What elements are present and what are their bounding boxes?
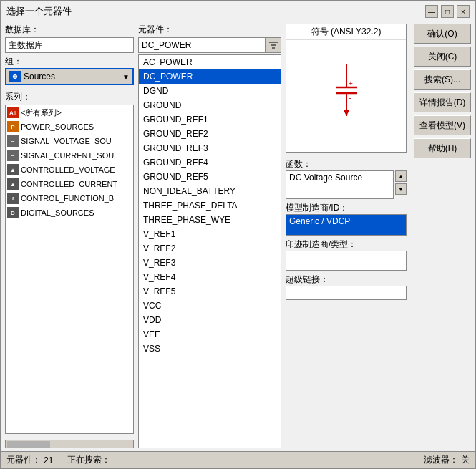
component-list-item[interactable]: DC_POWER — [139, 69, 281, 84]
db-dropdown[interactable]: 主数据库 — [5, 37, 134, 53]
footprint-field — [286, 251, 407, 271]
status-bar: 元器件： 21 正在搜索： 滤波器： 关 — [1, 451, 475, 468]
title-bar: 选择一个元器件 — □ × — [1, 1, 475, 21]
component-search-button[interactable] — [266, 37, 281, 53]
model-mfr-value: Generic / VDCP — [289, 216, 350, 226]
confirm-button[interactable]: 确认(O) — [414, 24, 471, 44]
model-mfr-field: Generic / VDCP — [286, 214, 407, 236]
svg-rect-0 — [269, 42, 278, 43]
series-scrollbar-thumb — [7, 441, 50, 448]
series-item-label: CONTROLLED_CURRENT — [21, 180, 117, 188]
action-buttons: 确认(O) 关闭(C) 搜索(S)... 详情报告(D) 查看模型(V) 帮助(… — [414, 24, 471, 448]
component-list[interactable]: AC_POWERDC_POWERDGNDGROUNDGROUND_REF1GRO… — [138, 54, 281, 448]
series-section: 系列： All<所有系列>PPOWER_SOURCES~SIGNAL_VOLTA… — [5, 88, 134, 434]
info-section: 函数： DC Voltage Source ▲ ▼ 模型制造商/I — [286, 155, 407, 300]
component-list-item[interactable]: V_REF4 — [139, 270, 281, 284]
component-list-item[interactable]: V_REF3 — [139, 256, 281, 270]
search-button[interactable]: 搜索(S)... — [414, 69, 471, 90]
main-window: 选择一个元器件 — □ × 数据库： 主数据库 组： ⊕ — [0, 0, 476, 469]
db-dropdown-row: 主数据库 — [5, 37, 134, 53]
svg-rect-2 — [272, 47, 275, 49]
series-item-label: SIGNAL_VOLTAGE_SOU — [21, 137, 112, 145]
series-item[interactable]: ~SIGNAL_CURRENT_SOU — [6, 148, 133, 163]
component-list-item[interactable]: GROUND_REF5 — [139, 170, 281, 184]
group-icon: ⊕ — [9, 71, 21, 82]
component-list-item[interactable]: GROUND_REF1 — [139, 112, 281, 127]
component-list-item[interactable]: V_REF2 — [139, 241, 281, 256]
function-scroll-down[interactable]: ▼ — [395, 183, 407, 195]
component-list-item[interactable]: THREE_PHASE_WYE — [139, 213, 281, 227]
component-list-item[interactable]: GROUND — [139, 98, 281, 112]
component-list-item[interactable]: V_REF5 — [139, 284, 281, 299]
minimize-button[interactable]: — — [425, 5, 438, 18]
series-item-label: CONTROLLED_VOLTAGE — [21, 165, 115, 174]
svg-marker-9 — [344, 110, 349, 116]
symbol-area: + - — [286, 40, 406, 152]
db-label: 数据库： — [5, 24, 134, 36]
component-list-item[interactable]: GROUND_REF4 — [139, 155, 281, 170]
component-list-item[interactable]: VSS — [139, 342, 281, 356]
filter-icon — [268, 40, 278, 50]
db-section: 数据库： 主数据库 — [5, 24, 134, 53]
title-controls: — □ × — [425, 5, 470, 18]
component-search-input[interactable] — [138, 37, 266, 53]
series-item[interactable]: ~SIGNAL_VOLTAGE_SOU — [6, 134, 133, 148]
component-list-item[interactable]: V_REF1 — [139, 227, 281, 241]
svg-text:-: - — [349, 94, 351, 102]
series-item[interactable]: ▲CONTROLLED_CURRENT — [6, 177, 133, 191]
component-list-item[interactable]: VDD — [139, 313, 281, 327]
component-list-item[interactable]: THREE_PHASE_DELTA — [139, 198, 281, 213]
series-item-label: POWER_SOURCES — [21, 122, 94, 131]
filter-value: 关 — [461, 454, 470, 466]
close-button-action[interactable]: 关闭(C) — [414, 47, 471, 67]
series-item[interactable]: ▲CONTROLLED_VOLTAGE — [6, 163, 133, 177]
component-list-item[interactable]: GROUND_REF3 — [139, 141, 281, 155]
function-label: 函数： — [286, 158, 407, 170]
component-search-row — [138, 37, 281, 53]
group-selector[interactable]: ⊕ Sources ▼ — [5, 68, 134, 85]
group-label: 组： — [5, 57, 22, 67]
component-list-item[interactable]: AC_POWER — [139, 55, 281, 69]
hyperlink-field — [286, 286, 407, 300]
searching-label: 正在搜索： — [67, 454, 110, 466]
main-content: 数据库： 主数据库 组： ⊕ Sources ▼ 系列： All<所有系列>PP — [1, 21, 475, 451]
component-list-item[interactable]: DGND — [139, 84, 281, 98]
series-item-label: CONTROL_FUNCTION_B — [21, 194, 114, 203]
footprint-label: 印迹制造商/类型： — [286, 238, 407, 251]
series-scrollbar-h[interactable] — [5, 440, 134, 448]
series-item[interactable]: DDIGITAL_SOURCES — [6, 206, 133, 220]
component-list-item[interactable]: VCC — [139, 299, 281, 313]
window-title: 选择一个元器件 — [6, 5, 72, 18]
detail-button[interactable]: 详情报告(D) — [414, 92, 471, 112]
function-scroll-up[interactable]: ▲ — [395, 170, 407, 182]
filter-item: 滤波器： 关 — [424, 454, 470, 466]
series-item[interactable]: All<所有系列> — [6, 105, 133, 120]
series-list[interactable]: All<所有系列>PPOWER_SOURCES~SIGNAL_VOLTAGE_S… — [5, 105, 134, 434]
series-label: 系列： — [5, 91, 134, 103]
svg-text:+: + — [349, 79, 353, 87]
left-panel: 数据库： 主数据库 组： ⊕ Sources ▼ 系列： All<所有系列>PP — [5, 24, 134, 448]
filter-label: 滤波器： — [424, 454, 458, 466]
function-value: DC Voltage Source — [289, 173, 362, 183]
component-list-item[interactable]: NON_IDEAL_BATTERY — [139, 184, 281, 198]
component-list-item[interactable]: VEE — [139, 327, 281, 342]
group-name: Sources — [24, 72, 122, 82]
symbol-box: 符号 (ANSI Y32.2) + — [286, 24, 407, 153]
series-item[interactable]: PPOWER_SOURCES — [6, 120, 133, 134]
component-count-value: 21 — [44, 455, 53, 465]
view-model-button[interactable]: 查看模型(V) — [414, 115, 471, 135]
group-section: 组： ⊕ Sources ▼ — [5, 56, 134, 85]
model-mfr-label: 模型制造商/ID： — [286, 202, 407, 214]
series-item-label: DIGITAL_SOURCES — [21, 208, 94, 217]
close-button[interactable]: × — [457, 5, 470, 18]
middle-panel: 元器件： AC_POWERDC_POWERDGNDGROUNDGROUND_RE… — [138, 24, 281, 448]
maximize-button[interactable]: □ — [441, 5, 454, 18]
series-item-label: SIGNAL_CURRENT_SOU — [21, 151, 114, 160]
component-count-label: 元器件： — [6, 454, 41, 466]
right-panel: 符号 (ANSI Y32.2) + — [286, 24, 471, 448]
help-button[interactable]: 帮助(H) — [414, 138, 471, 158]
series-item[interactable]: fCONTROL_FUNCTION_B — [6, 191, 133, 206]
group-dropdown-arrow: ▼ — [122, 73, 130, 81]
component-list-item[interactable]: GROUND_REF2 — [139, 127, 281, 141]
dc-power-symbol: + - — [318, 60, 375, 132]
